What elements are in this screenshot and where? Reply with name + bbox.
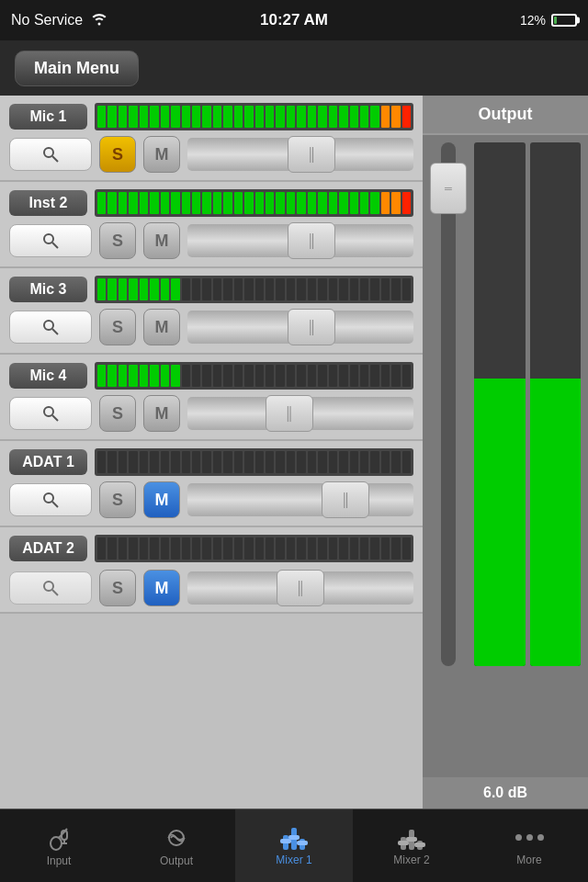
channel-strip: Mic 4 bbox=[0, 355, 423, 441]
mixer1-tab-icon bbox=[283, 826, 305, 850]
channel-strip: ADAT 2 bbox=[0, 527, 423, 614]
level-meter bbox=[95, 448, 413, 476]
svg-line-1 bbox=[52, 156, 58, 162]
svg-point-2 bbox=[44, 234, 53, 243]
solo-button[interactable]: S bbox=[99, 395, 136, 432]
level-meter bbox=[95, 103, 413, 130]
tab-input[interactable]: Input bbox=[0, 809, 118, 882]
mixer2-tab-icon bbox=[401, 826, 423, 850]
svg-line-7 bbox=[52, 415, 58, 421]
solo-button[interactable]: S bbox=[99, 570, 136, 606]
solo-button[interactable]: S bbox=[99, 481, 136, 518]
fader-track[interactable] bbox=[187, 138, 413, 171]
channel-strip: Mic 1 bbox=[0, 96, 423, 182]
fader-track[interactable] bbox=[187, 224, 413, 257]
solo-button[interactable]: S bbox=[99, 222, 136, 259]
channel-name: Mic 4 bbox=[9, 363, 87, 389]
svg-point-6 bbox=[44, 407, 53, 416]
channel-name: Mic 1 bbox=[9, 104, 87, 130]
status-bar: No Service 10:27 AM 12% bbox=[0, 0, 588, 40]
mute-button[interactable]: M bbox=[143, 481, 180, 518]
fader-handle[interactable] bbox=[288, 136, 335, 173]
level-meter bbox=[95, 189, 413, 217]
svg-point-0 bbox=[44, 148, 53, 157]
level-meter bbox=[95, 276, 413, 303]
tab-mixer2-label: Mixer 2 bbox=[393, 854, 429, 866]
output-tab-icon bbox=[164, 825, 189, 851]
output-fader-track bbox=[441, 142, 456, 666]
main-content: Mic 1 bbox=[0, 96, 588, 808]
channel-strip: Mic 3 bbox=[0, 268, 423, 355]
level-meter bbox=[95, 362, 413, 390]
output-fader-handle[interactable] bbox=[430, 163, 467, 214]
fader-track[interactable] bbox=[187, 571, 413, 605]
solo-button[interactable]: S bbox=[99, 136, 136, 173]
tab-input-label: Input bbox=[47, 854, 72, 867]
mute-button[interactable]: M bbox=[143, 222, 180, 259]
svg-point-10 bbox=[44, 582, 53, 591]
fader-track[interactable] bbox=[187, 483, 413, 516]
svg-point-12 bbox=[51, 837, 62, 850]
fader-handle[interactable] bbox=[277, 570, 324, 606]
level-meter bbox=[95, 535, 413, 562]
channel-name: Mic 3 bbox=[9, 277, 87, 302]
input-tab-icon bbox=[49, 825, 69, 851]
search-button[interactable] bbox=[9, 571, 92, 605]
search-button[interactable] bbox=[9, 483, 92, 516]
search-button[interactable] bbox=[9, 311, 92, 344]
tab-output-label: Output bbox=[160, 854, 193, 867]
tab-mixer2[interactable]: Mixer 2 bbox=[353, 809, 470, 882]
battery-percent: 12% bbox=[520, 13, 546, 28]
fader-handle[interactable] bbox=[288, 309, 335, 345]
search-button[interactable] bbox=[9, 224, 92, 257]
svg-line-5 bbox=[52, 329, 58, 334]
fader-handle[interactable] bbox=[288, 222, 335, 259]
output-vu-meters bbox=[474, 142, 581, 666]
svg-line-11 bbox=[52, 590, 58, 595]
channel-name: ADAT 2 bbox=[9, 536, 87, 561]
fader-handle[interactable] bbox=[322, 481, 369, 518]
tab-more[interactable]: More bbox=[470, 809, 588, 882]
channel-name: Inst 2 bbox=[9, 190, 87, 216]
solo-button[interactable]: S bbox=[99, 309, 136, 345]
fader-track[interactable] bbox=[187, 397, 413, 430]
fader-handle[interactable] bbox=[266, 395, 313, 432]
fader-track[interactable] bbox=[187, 311, 413, 344]
output-area: Output 6.0 dB bbox=[423, 96, 588, 808]
output-label: Output bbox=[423, 96, 588, 135]
more-tab-icon bbox=[515, 826, 544, 850]
tab-more-label: More bbox=[516, 854, 541, 866]
channel-strip: Inst 2 bbox=[0, 182, 423, 268]
time-display: 10:27 AM bbox=[260, 11, 328, 29]
vu-strip-right bbox=[530, 142, 582, 666]
channel-name: ADAT 1 bbox=[9, 449, 87, 475]
vu-strip-left bbox=[474, 142, 526, 666]
output-fader-container bbox=[423, 135, 588, 777]
tab-output[interactable]: Output bbox=[118, 809, 235, 882]
header: Main Menu bbox=[0, 40, 588, 96]
tab-mixer1-label: Mixer 1 bbox=[276, 854, 311, 866]
svg-point-8 bbox=[44, 493, 53, 503]
main-menu-button[interactable]: Main Menu bbox=[15, 51, 139, 86]
carrier-label: No Service bbox=[11, 12, 83, 28]
svg-line-3 bbox=[52, 243, 58, 248]
output-vertical-fader[interactable] bbox=[430, 142, 467, 666]
battery-icon bbox=[551, 14, 577, 27]
search-button[interactable] bbox=[9, 138, 92, 171]
mute-button[interactable]: M bbox=[143, 395, 180, 432]
svg-line-9 bbox=[52, 502, 58, 507]
mute-button[interactable]: M bbox=[143, 570, 180, 606]
channel-strip: ADAT 1 bbox=[0, 441, 423, 527]
channels-area: Mic 1 bbox=[0, 96, 423, 808]
search-button[interactable] bbox=[9, 397, 92, 430]
output-db-label: 6.0 dB bbox=[423, 777, 588, 808]
tab-mixer1[interactable]: Mixer 1 bbox=[235, 809, 353, 882]
svg-point-4 bbox=[44, 321, 53, 330]
wifi-icon bbox=[90, 11, 108, 29]
tab-bar: Input Output bbox=[0, 808, 588, 882]
mute-button[interactable]: M bbox=[143, 309, 180, 345]
mute-button[interactable]: M bbox=[143, 136, 180, 173]
